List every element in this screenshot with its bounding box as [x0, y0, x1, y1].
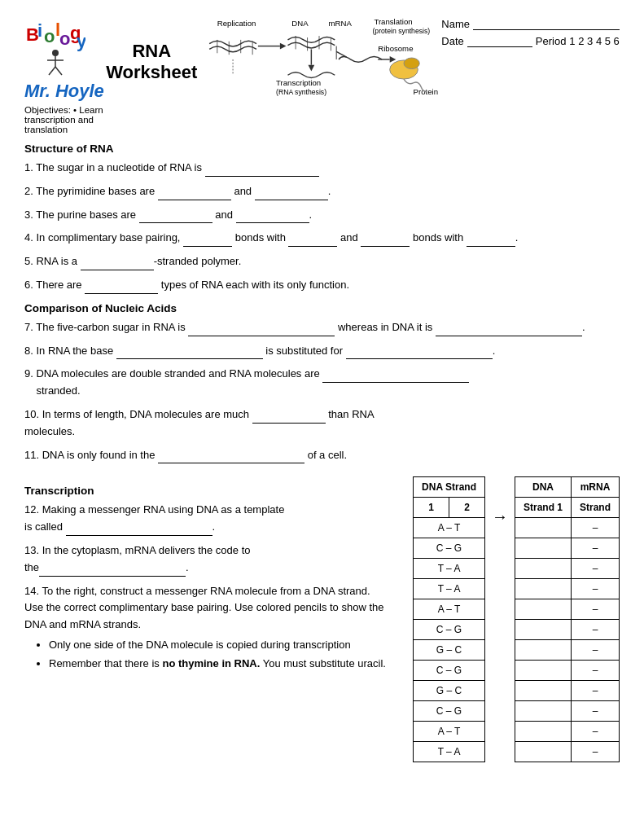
dna-pair-cell: C – G [414, 701, 485, 722]
dna-table-row: A – T [414, 722, 485, 742]
question-13: 13. In the cytoplasm, mRNA delivers the … [24, 542, 388, 577]
period-label: Period [536, 33, 567, 50]
dna-pair-cell: T – A [414, 742, 485, 762]
svg-marker-27 [309, 65, 315, 72]
blank-4d [467, 236, 515, 247]
question-8: 8. In RNA the base is substituted for . [24, 343, 620, 360]
blank-13 [39, 566, 186, 577]
mrna-strand-cell: – [571, 742, 619, 762]
mrna-table-row: – [515, 579, 619, 599]
diagram-area: Replication DNA mRNA Translation (protei… [197, 16, 441, 124]
mrna-strand-cell: – [571, 538, 619, 559]
svg-line-10 [49, 67, 55, 75]
mrna-dna-cell [515, 538, 571, 559]
question-9: 9. DNA molecules are double stranded and… [24, 366, 620, 400]
dna-table-row: C – G [414, 620, 485, 640]
structure-title: Structure of RNA [24, 143, 620, 155]
question-4: 4. In complimentary base pairing, bonds … [24, 230, 620, 247]
name-field[interactable] [473, 19, 620, 30]
dna-pair-cell: C – G [414, 661, 485, 681]
mrna-table-row: – [515, 620, 619, 640]
blank-9 [322, 372, 469, 383]
dna-pair-cell: A – T [414, 722, 485, 742]
replication-label: Replication [217, 19, 256, 28]
header: Name Date Period 1 2 3 4 5 6 [441, 16, 620, 50]
mr-hoyle-text: Mr. Hoyle [24, 81, 106, 102]
svg-marker-21 [280, 43, 287, 50]
blank-10 [252, 413, 326, 424]
mrna-strand-cell: – [571, 599, 619, 620]
arrow: → [492, 507, 508, 526]
dna-pair-cell: G – C [414, 681, 485, 701]
svg-text:Translation: Translation [375, 17, 413, 26]
blank-2b [255, 190, 328, 200]
title-area: RNA Worksheet [106, 16, 197, 86]
mrna-strand-cell: – [571, 661, 619, 681]
mrna-strand-cell: – [571, 640, 619, 661]
logo-area: B i o l o g y [24, 16, 106, 77]
mrna-dna-cell [515, 599, 571, 620]
mrna-dna-cell [515, 722, 571, 742]
dna-pair-cell: A – T [414, 599, 485, 620]
mrna-table-row: – [515, 518, 619, 538]
mrna-dna-cell [515, 579, 571, 599]
mrna-table: DNA mRNA Strand 1 Strand – – – – – – – –… [515, 476, 620, 762]
dna-table-header: DNA Strand [414, 477, 485, 498]
dna-pair-cell: C – G [414, 538, 485, 559]
mrna-table-row: – [515, 559, 619, 579]
comparison-section: Comparison of Nucleic Acids 7. The five-… [24, 302, 620, 464]
mrna-strand-cell: – [571, 722, 619, 742]
question-10: 10. In terms of length, DNA molecules ar… [24, 406, 620, 441]
mrna-dna-cell [515, 640, 571, 661]
mrna-strand-cell: – [571, 518, 619, 538]
question-14: 14. To the right, construct a messenger … [24, 583, 388, 672]
blank-1 [205, 166, 319, 177]
blank-8a [116, 349, 263, 359]
question-1: 1. The sugar in a nucleotide of RNA is [24, 160, 620, 177]
dna-table-row: G – C [414, 640, 485, 661]
mrna-dna-cell [515, 701, 571, 722]
mrna-strand-header: Strand [571, 498, 619, 518]
svg-line-11 [55, 67, 62, 75]
transcription-questions: Transcription 12. Making a messenger RNA… [24, 476, 388, 762]
comparison-title: Comparison of Nucleic Acids [24, 302, 620, 314]
dna-pair-cell: T – A [414, 559, 485, 579]
mrna-mrna-header: mRNA [571, 477, 619, 498]
blank-7a [188, 326, 335, 336]
mrna-dna-cell [515, 559, 571, 579]
blank-4c [361, 236, 410, 247]
dna-table-row: C – G [414, 661, 485, 681]
blank-4b [288, 236, 337, 247]
dna-col1-header: 1 [414, 498, 449, 518]
blank-6 [85, 283, 158, 294]
dna-table-row: T – A [414, 742, 485, 762]
tables-container: DNA Strand 1 2 A – TC – GT – AT – AA – T… [413, 476, 620, 762]
svg-line-29 [336, 51, 347, 57]
dna-col2-header: 2 [449, 498, 485, 518]
question-3: 3. The purine bases are and . [24, 207, 620, 224]
mrna-strand-cell: – [571, 579, 619, 599]
dna-table-row: A – T [414, 518, 485, 538]
svg-text:i: i [37, 20, 42, 41]
name-label: Name [441, 16, 470, 33]
mrna-table-row: – [515, 742, 619, 762]
svg-text:(protein synthesis): (protein synthesis) [373, 27, 431, 35]
biology-logo: B i o l o g y [24, 16, 85, 77]
period-numbers: 1 2 3 4 5 6 [569, 33, 619, 50]
mrna-strand-cell: – [571, 701, 619, 722]
question-6: 6. There are types of RNA each with its … [24, 277, 620, 294]
svg-text:(RNA synthesis): (RNA synthesis) [276, 88, 326, 96]
svg-text:o: o [59, 29, 70, 49]
svg-text:o: o [44, 26, 55, 46]
dna-table-row: A – T [414, 599, 485, 620]
mrna-dna-cell [515, 661, 571, 681]
blank-11 [158, 453, 304, 463]
mrna-dna-header: DNA [515, 477, 571, 498]
svg-text:y: y [77, 31, 85, 51]
mrna-strand-cell: – [571, 681, 619, 701]
transcription-title: Transcription [24, 485, 388, 497]
svg-text:mRNA: mRNA [329, 19, 353, 28]
date-field[interactable] [467, 36, 532, 47]
svg-point-7 [52, 50, 59, 56]
dna-pair-cell: T – A [414, 579, 485, 599]
